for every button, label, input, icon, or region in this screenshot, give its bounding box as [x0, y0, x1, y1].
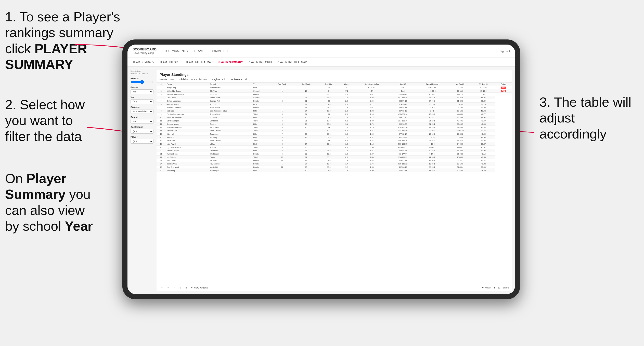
col-conf-rank: Conf Rank	[294, 82, 318, 86]
filter-division: Division: NCAA Division I	[179, 78, 207, 81]
table-row[interactable]: 16Alex GoffKentuckyFifth81968.3-1.71.924…	[157, 136, 512, 139]
table-row[interactable]: 8Mats EgeEast Tennessee StateFifth12468.…	[157, 109, 512, 113]
region-select[interactable]: N/A	[131, 119, 153, 124]
eye-icon: 👁	[191, 286, 193, 289]
sub-nav-team-h2h-heatmap[interactable]: TEAM H2H HEATMAP	[186, 59, 213, 66]
table-row[interactable]: 1Wenyi DingArizona StateFirst1115167.1 -…	[157, 86, 512, 89]
copy-btn[interactable]: ⧉	[172, 286, 175, 289]
table-row[interactable]: 24Bastien AmatNew MexicoFourth12769.4-1.…	[157, 162, 512, 165]
table-header: Player Standings Gender: Men Division: N…	[157, 70, 512, 82]
col-reg-rank: Reg Rank	[271, 82, 294, 86]
table-row[interactable]: 22Ian GilliganFloridaThird102468.7-0.81.…	[157, 156, 512, 159]
undo-btn[interactable]: ↩	[160, 286, 164, 289]
col-vs-top50: Vs Top 50	[472, 82, 495, 86]
sidebar-gender: Gender Men	[131, 86, 153, 94]
filter-conference: Conference: All	[230, 78, 247, 81]
col-wins: Wins	[339, 82, 353, 86]
step1-number: 1.	[5, 9, 16, 24]
nav-teams[interactable]: TEAMS	[194, 48, 204, 54]
sub-nav-player-summary[interactable]: PLAYER SUMMARY	[218, 59, 243, 66]
sidebar-region: Region N/A	[131, 116, 153, 124]
sub-nav-team-h2h-grid[interactable]: TEAM H2H GRID	[160, 59, 181, 66]
instruction-step3: 3. The table will adjust accordingly	[539, 94, 636, 142]
filter-region: Region: All	[212, 78, 225, 81]
table-row[interactable]: 2Michael Le SassoOle MissSecond118067.1-…	[157, 89, 512, 93]
update-time: 27/03/2024 16:56:26	[131, 73, 153, 75]
redo-btn[interactable]: ↪	[166, 286, 170, 289]
table-title: Player Standings	[160, 73, 509, 77]
nav-tournaments[interactable]: TOURNAMENTS	[164, 48, 188, 54]
year-select[interactable]: (All)	[131, 99, 153, 104]
table-row[interactable]: 26Petr HrubyWashingtonFifth72568.6-1.81.…	[157, 169, 512, 172]
col-overall-record: Overall Record	[415, 82, 448, 86]
sub-nav-player-h2h-grid[interactable]: PLAYER H2H GRID	[248, 59, 272, 66]
standings-table: # Player School Yr Reg Rank Conf Rank No…	[157, 82, 512, 172]
main-content: Update time: 27/03/2024 16:56:26 No Rds.…	[127, 67, 515, 294]
grid-btn[interactable]: ⊞	[498, 286, 500, 289]
toolbar-right: 👁 Watch ⬆ ⊞ Share	[482, 286, 509, 289]
nav-bar: SCOREBOARD Powered by clipp TOURNAMENTS …	[127, 45, 515, 58]
view-selector[interactable]: 👁 View: Original	[191, 286, 208, 289]
table-row[interactable]: 3Michael ThorbjornsenStanfordFourth2188.…	[157, 93, 512, 96]
sidebar-division: Division NCAA Division I	[131, 106, 153, 114]
table-row[interactable]: 9Preston SummerhaysArizona StateThird324…	[157, 113, 512, 116]
watch-btn[interactable]: 👁 Watch	[482, 286, 491, 289]
col-player: Player	[166, 82, 209, 86]
update-label: Update time:	[131, 70, 153, 73]
col-school: School	[209, 82, 252, 86]
player-select[interactable]: (All)	[131, 139, 153, 144]
table-row[interactable]: 19Tiger ChristensenArizonaThird52369.2-0…	[157, 146, 512, 149]
col-adj-score: Adj. Score to Par	[353, 82, 390, 86]
table-row[interactable]: 15Jake HallTennesseeFifth72868.5-1.51.66…	[157, 132, 512, 136]
nav-right: | Sign out	[496, 50, 510, 53]
no-rds-slider[interactable]	[131, 80, 153, 84]
table-row[interactable]: 18Luke PowellUCLAFirst42469.1-1.81.13500…	[157, 142, 512, 146]
col-no-rds: No. Rds.	[318, 82, 339, 86]
table-row[interactable]: 5Christo LamprechtGeorgia TechFourth2216…	[157, 99, 512, 103]
share-btn[interactable]: Share	[503, 286, 509, 289]
table-row[interactable]: 23Jack LundinMissouriFourth112468.6-2.31…	[157, 159, 512, 162]
table-row[interactable]: 6Jackson KoivunAuburnFirst12767.3-2.02.7…	[157, 103, 512, 106]
sidebar-year: Year (All)	[131, 96, 153, 104]
gender-select[interactable]: Men	[131, 89, 153, 94]
sidebar: Update time: 27/03/2024 16:56:26 No Rds.…	[131, 70, 153, 291]
division-select[interactable]: NCAA Division I	[131, 109, 153, 114]
sub-nav-team-summary[interactable]: TEAM SUMMARY	[133, 59, 154, 66]
export-btn[interactable]: ⬆	[494, 286, 496, 289]
col-vs-top25: Vs Top 25	[448, 82, 472, 86]
table-row[interactable]: 14Maxwell FordNorth CarolinaThird32369.1…	[157, 129, 512, 132]
table-row[interactable]: 12Brendan ValdesAuburnFifth52768.4-1.11.…	[157, 122, 512, 126]
step3-number: 3.	[539, 95, 550, 109]
table-row[interactable]: 4Luke ClatonFlorida StateSecond12768.2-1…	[157, 96, 512, 99]
bottom-toolbar: ↩ ↪ ⧉ 📋 ⏱ 👁 View: Original 👁 Watch	[157, 284, 512, 291]
instruction-bottom: On Player Summary you can also view by s…	[5, 171, 99, 234]
nav-committee[interactable]: COMMITTEE	[211, 48, 229, 54]
tablet: SCOREBOARD Powered by clipp TOURNAMENTS …	[122, 39, 520, 299]
col-points: Points	[495, 82, 512, 86]
tablet-screen: SCOREBOARD Powered by clipp TOURNAMENTS …	[127, 45, 515, 294]
watch-icon: 👁	[482, 286, 484, 289]
table-row[interactable]: 11Gordon SargentVanderbiltThird42168.7-0…	[157, 119, 512, 122]
sidebar-player: Player (All)	[131, 136, 153, 144]
paste-btn[interactable]: 📋	[177, 286, 182, 289]
table-row[interactable]: 17David FordNorth CarolinaThird92069-0.2…	[157, 139, 512, 142]
table-row[interactable]: 7Nicholas GabrelcikNorth FloridaFourth12…	[157, 106, 512, 109]
table-row[interactable]: 21Tashiun SongWashingtonFourth52369.2-1.…	[157, 152, 512, 156]
table-row[interactable]: 10Jacob Skov-OlesenArkansasFifth32568.4-…	[157, 116, 512, 119]
col-yr: Yr	[252, 82, 271, 86]
data-table: # Player School Yr Reg Rank Conf Rank No…	[157, 82, 512, 284]
nav-links: TOURNAMENTS TEAMS COMMITTEE	[164, 48, 496, 54]
table-area: Player Standings Gender: Men Division: N…	[157, 70, 512, 291]
conference-select[interactable]: (All)	[131, 129, 153, 134]
clock-btn[interactable]: ⏱	[184, 286, 189, 289]
sidebar-no-rds: No Rds.	[131, 77, 153, 84]
filter-row: Gender: Men Division: NCAA Division I Re…	[160, 78, 509, 81]
sign-out-link[interactable]: Sign out	[500, 50, 510, 53]
step2-number: 2.	[5, 97, 16, 112]
table-row[interactable]: 13Phichaksn MaichonTexas A&MThird63069-1…	[157, 126, 512, 129]
sub-nav-player-h2h-heatmap[interactable]: PLAYER H2H HEATMAP	[277, 59, 307, 66]
table-row[interactable]: 20Matthew RiedelVanderbiltFifth62368.5-1…	[157, 149, 512, 152]
col-rank: #	[157, 82, 166, 86]
col-avg-sg: Avg SG	[390, 82, 416, 86]
table-row[interactable]: 25Cole SherwoodVanderbiltFourth122369.3-…	[157, 165, 512, 169]
